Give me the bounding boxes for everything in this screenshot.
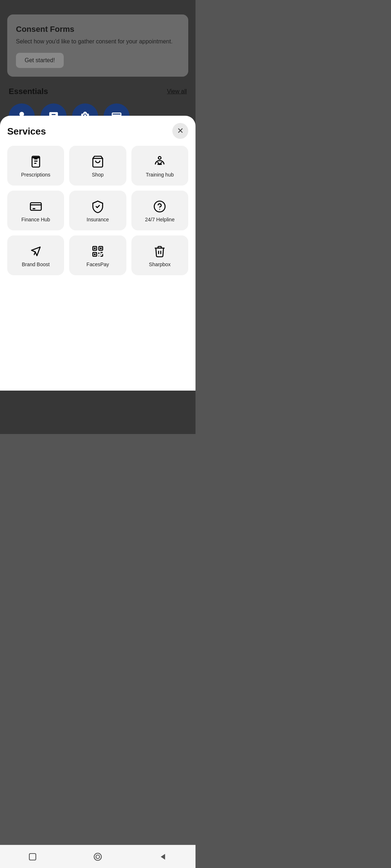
sharpbox-service-icon — [153, 245, 166, 258]
svg-rect-9 — [30, 203, 41, 210]
view-all-link[interactable]: View all — [167, 88, 187, 95]
service-insurance[interactable]: Insurance — [69, 191, 126, 230]
svg-rect-17 — [94, 248, 96, 250]
brand-boost-service-icon — [29, 245, 42, 258]
training-hub-service-label: Training hub — [146, 172, 174, 178]
service-training-hub[interactable]: Training hub — [131, 146, 188, 186]
modal-overlay: ✕ Services Prescriptions — [0, 116, 196, 434]
faces-pay-service-icon — [91, 245, 104, 258]
svg-point-13 — [159, 209, 160, 209]
essentials-header: Essentials View all — [7, 87, 188, 96]
consent-title: Consent Forms — [16, 25, 180, 34]
modal-title: Services — [7, 126, 188, 137]
svg-point-12 — [154, 201, 165, 212]
service-sharpbox[interactable]: Sharpbox — [131, 235, 188, 275]
close-icon: ✕ — [177, 126, 184, 136]
svg-rect-5 — [33, 157, 39, 159]
service-brand-boost[interactable]: Brand Boost — [7, 235, 64, 275]
svg-rect-10 — [33, 208, 35, 209]
svg-rect-18 — [100, 248, 102, 250]
service-helpline[interactable]: 24/7 Helpline — [131, 191, 188, 230]
prescriptions-service-icon — [29, 155, 42, 168]
essentials-title: Essentials — [9, 87, 48, 96]
service-shop[interactable]: Shop — [69, 146, 126, 186]
service-finance-hub[interactable]: Finance Hub — [7, 191, 64, 230]
service-prescriptions[interactable]: Prescriptions — [7, 146, 64, 186]
helpline-service-label: 24/7 Helpline — [145, 217, 175, 222]
shop-service-icon — [91, 155, 104, 168]
service-faces-pay[interactable]: FacesPay — [69, 235, 126, 275]
shop-service-label: Shop — [92, 172, 104, 178]
faces-pay-service-label: FacesPay — [87, 261, 109, 267]
consent-card: Consent Forms Select how you'd like to g… — [7, 14, 188, 77]
finance-hub-service-label: Finance Hub — [21, 217, 50, 222]
insurance-service-label: Insurance — [87, 217, 109, 222]
get-started-button[interactable]: Get started! — [16, 53, 64, 68]
brand-boost-service-label: Brand Boost — [22, 261, 50, 267]
svg-rect-19 — [94, 254, 96, 255]
svg-point-7 — [159, 157, 161, 159]
sharpbox-service-label: Sharpbox — [149, 261, 171, 267]
services-modal: ✕ Services Prescriptions — [0, 116, 196, 391]
helpline-service-icon — [153, 200, 166, 213]
training-service-icon — [153, 155, 166, 168]
prescriptions-service-label: Prescriptions — [21, 172, 50, 178]
finance-service-icon — [29, 200, 42, 213]
consent-description: Select how you'd like to gather consent … — [16, 38, 180, 46]
close-button[interactable]: ✕ — [172, 123, 188, 139]
insurance-service-icon — [91, 200, 104, 213]
services-grid: Prescriptions Shop Training — [7, 146, 188, 275]
